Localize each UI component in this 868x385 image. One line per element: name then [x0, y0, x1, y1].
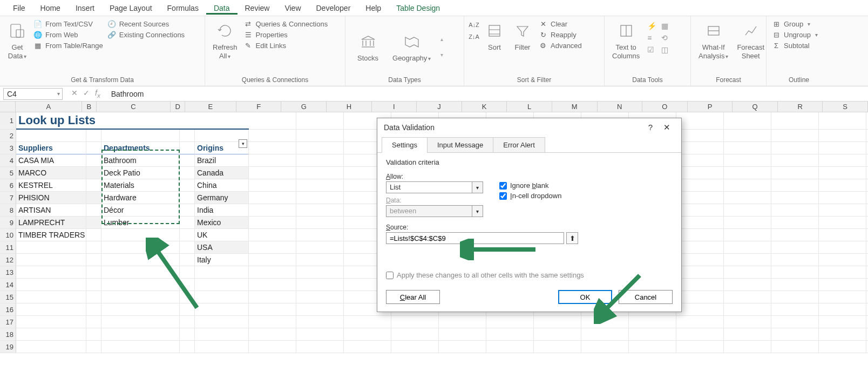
cell[interactable] — [724, 266, 771, 279]
cell[interactable]: Deck Patio — [101, 167, 180, 179]
filter-button[interactable]: Filter — [508, 18, 537, 54]
cell[interactable] — [819, 254, 866, 266]
row-header[interactable]: 6 — [0, 179, 16, 192]
validation-icon[interactable]: ☑ — [647, 45, 658, 54]
apply-all-checkbox[interactable]: Apply these changes to all other cells w… — [386, 271, 673, 279]
cell[interactable] — [296, 142, 344, 154]
cell[interactable] — [195, 328, 249, 341]
cell[interactable] — [16, 266, 86, 279]
row-header[interactable]: 9 — [0, 217, 16, 229]
cell[interactable] — [195, 266, 249, 279]
cell[interactable] — [16, 316, 86, 328]
cell[interactable] — [486, 328, 534, 341]
cell[interactable] — [249, 204, 296, 217]
tab-error-alert[interactable]: Error Alert — [493, 137, 545, 153]
cell[interactable] — [534, 316, 581, 328]
cell[interactable] — [296, 241, 344, 254]
cell[interactable]: Hardware — [101, 192, 180, 204]
cell[interactable] — [86, 167, 101, 179]
cell[interactable] — [676, 291, 724, 303]
cell[interactable] — [180, 303, 195, 316]
cell[interactable] — [249, 229, 296, 241]
menu-table-design[interactable]: Table Design — [389, 2, 447, 15]
cell[interactable] — [249, 130, 296, 142]
text-to-columns[interactable]: Text to Columns — [608, 18, 644, 62]
cell[interactable] — [180, 112, 195, 130]
cell[interactable] — [724, 167, 771, 179]
cell[interactable] — [391, 341, 439, 353]
column-header[interactable]: A — [16, 102, 82, 112]
cell[interactable] — [296, 217, 344, 229]
cell[interactable]: UK — [195, 229, 249, 241]
column-header[interactable]: C — [97, 102, 171, 112]
cell[interactable] — [676, 316, 724, 328]
cell[interactable] — [180, 254, 195, 266]
cell[interactable] — [195, 303, 249, 316]
cell[interactable] — [676, 154, 724, 167]
name-box[interactable]: C4 — [3, 88, 63, 100]
recent-sources[interactable]: 🕘Recent Sources — [107, 19, 185, 28]
select-all-corner[interactable] — [0, 102, 16, 112]
cell[interactable] — [819, 229, 866, 241]
properties[interactable]: ☰Properties — [244, 30, 328, 39]
get-data-button[interactable]: Get Data▾ — [3, 18, 31, 62]
cell[interactable] — [486, 341, 534, 353]
cell[interactable]: USA — [195, 241, 249, 254]
cell[interactable] — [180, 142, 195, 154]
cell[interactable] — [16, 291, 86, 303]
cell[interactable] — [180, 179, 195, 192]
subtotal-button[interactable]: ΣSubtotal — [772, 41, 818, 50]
sort-asc[interactable]: A↓Z — [470, 21, 478, 29]
cell[interactable] — [86, 204, 101, 217]
cell[interactable] — [180, 204, 195, 217]
row-header[interactable]: 12 — [0, 254, 16, 266]
cell[interactable] — [771, 130, 819, 142]
cell[interactable] — [195, 316, 249, 328]
cell[interactable] — [86, 266, 101, 279]
refresh-all-button[interactable]: Refresh All▾ — [208, 18, 242, 62]
cell[interactable] — [195, 112, 249, 130]
cell[interactable] — [771, 179, 819, 192]
cell[interactable] — [676, 204, 724, 217]
cell[interactable]: TIMBER TRADERS — [16, 229, 86, 241]
cell[interactable] — [180, 291, 195, 303]
cell[interactable] — [86, 112, 101, 130]
cell[interactable] — [296, 167, 344, 179]
cell[interactable] — [249, 291, 296, 303]
row-header[interactable]: 2 — [0, 130, 16, 142]
cell[interactable] — [676, 217, 724, 229]
cell[interactable] — [724, 328, 771, 341]
cell[interactable] — [296, 130, 344, 142]
cell[interactable] — [676, 130, 724, 142]
cell[interactable] — [249, 167, 296, 179]
cell[interactable] — [296, 204, 344, 217]
advanced-filter[interactable]: ⚙Advanced — [539, 41, 582, 50]
cell[interactable] — [819, 179, 866, 192]
row-header[interactable]: 3 — [0, 142, 16, 154]
cell[interactable] — [195, 291, 249, 303]
fx-icon[interactable]: fx — [95, 89, 100, 99]
cell[interactable] — [819, 217, 866, 229]
cell[interactable]: Italy — [195, 254, 249, 266]
cell[interactable] — [771, 241, 819, 254]
cell[interactable] — [180, 167, 195, 179]
cell[interactable] — [676, 254, 724, 266]
stocks-type[interactable]: Stocks — [353, 29, 383, 65]
cell[interactable]: Canada — [195, 167, 249, 179]
cell[interactable] — [724, 341, 771, 353]
cell[interactable] — [486, 316, 534, 328]
cell[interactable] — [676, 179, 724, 192]
cell[interactable] — [676, 341, 724, 353]
geography-type[interactable]: Geography▾ — [388, 29, 435, 65]
cell[interactable] — [771, 291, 819, 303]
cell[interactable] — [676, 328, 724, 341]
row-header[interactable]: 18 — [0, 328, 16, 341]
cell[interactable]: ARTISAN — [16, 204, 86, 217]
row-header[interactable]: 7 — [0, 192, 16, 204]
tab-input-message[interactable]: Input Message — [427, 137, 493, 153]
cell[interactable] — [771, 279, 819, 291]
row-header[interactable]: 1 — [0, 112, 16, 130]
cell[interactable] — [86, 229, 101, 241]
cell[interactable] — [771, 316, 819, 328]
menu-insert[interactable]: Insert — [68, 2, 102, 15]
